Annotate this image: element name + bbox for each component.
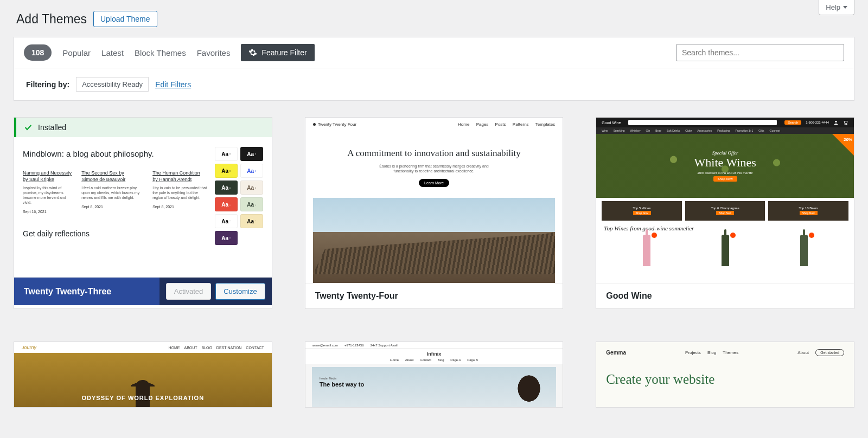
preview-nav-item: Posts [495, 122, 506, 127]
bottle-icon [722, 235, 729, 266]
preview-post-title: The Human Condition [152, 170, 207, 176]
theme-preview: Good Wine Search 1-800-222-4444 WineSpar… [596, 118, 854, 283]
style-swatch: Aa: [215, 164, 238, 178]
preview-nav-item: Pages [476, 122, 489, 127]
preview-nav-item: DESTINATION [216, 346, 242, 350]
gear-icon [248, 48, 257, 57]
check-icon [24, 123, 33, 132]
preview-offer-label: Special Offer [712, 150, 738, 156]
style-swatch: Aa: [240, 181, 263, 195]
theme-card-gemma[interactable]: Gemma Projects Blog Themes About Get sta… [596, 342, 854, 408]
preview-contact: name@email.com [312, 344, 338, 347]
preview-nav-item: Page A [450, 358, 461, 362]
preview-nav-item: Projects [685, 350, 701, 355]
preview-nav-item: Patterns [513, 122, 529, 127]
preview-hero-title: White Wines [694, 156, 756, 170]
activated-button: Activated [166, 283, 211, 300]
style-swatch: Aa: [240, 197, 263, 211]
preview-search [628, 120, 777, 125]
chevron-down-icon [843, 6, 847, 9]
person-silhouette-icon [507, 372, 551, 407]
preview-nav-item: About [797, 350, 809, 355]
preview-nav-item: Beer [655, 129, 661, 132]
feature-filter-label: Feature Filter [261, 48, 307, 57]
preview-nav-item: Contact [420, 358, 431, 362]
theme-card-journy[interactable]: Journy HOME ABOUT BLOG DESTINATION CONTA… [14, 342, 272, 408]
bottle-icon [800, 235, 808, 266]
theme-preview: Twenty Twenty Four Home Pages Posts Patt… [305, 118, 563, 283]
preview-post-date: Sept 16, 2021 [23, 210, 47, 214]
theme-preview: name@email.com +971-123456 24x7 Support … [305, 342, 563, 407]
theme-name: Twenty Twenty-Four [315, 291, 398, 300]
preview-getstarted-btn: Get started [815, 349, 844, 356]
style-swatch: Aa: [215, 147, 238, 161]
theme-footer: Twenty Twenty-Three Activated Customize [14, 277, 272, 305]
preview-nav-item: CONTACT [246, 346, 264, 350]
upload-theme-button[interactable]: Upload Theme [93, 11, 157, 27]
preview-tile-btn: Shop Now [716, 211, 734, 215]
preview-nav-item: Accessories [697, 129, 712, 132]
customize-button[interactable]: Customize [215, 283, 265, 300]
preview-nav-item: Soft Drinks [667, 129, 680, 132]
preview-brand: Good Wine [602, 121, 621, 125]
preview-tile: Top 5 Wines [633, 207, 651, 210]
preview-nav-item: Wine [602, 129, 608, 132]
preview-brand: Gemma [606, 350, 626, 356]
theme-footer: Good Wine [596, 283, 854, 308]
style-swatch: Aa: [240, 164, 263, 178]
preview-nav-item: Page B [467, 358, 478, 362]
preview-discount-text: 20% discount to the end of this month! [698, 171, 753, 175]
preview-contact: 24x7 Support Avail [371, 344, 398, 347]
preview-nav-item: Packaging [717, 129, 730, 132]
preview-nav-item: Blog [707, 350, 716, 355]
preview-tile: Top 6 Champagnes [711, 207, 739, 210]
preview-heading: A commitment to innovation and sustainab… [333, 147, 536, 159]
preview-tile: Top 10 Beers [799, 207, 818, 210]
tab-latest[interactable]: Latest [101, 48, 124, 57]
preview-image [313, 198, 556, 283]
svg-point-2 [846, 124, 847, 125]
theme-card-twenty-twenty-four[interactable]: Twenty Twenty Four Home Pages Posts Patt… [305, 117, 564, 309]
style-swatch: Aa: [215, 231, 238, 245]
preview-post-blurb: I feel a cold northern breeze play upon … [81, 185, 143, 200]
style-swatch: Aa: [240, 214, 263, 228]
theme-name: Good Wine [606, 291, 652, 300]
preview-nav-item: Home [390, 358, 399, 362]
tab-block-themes[interactable]: Block Themes [135, 48, 186, 57]
preview-nav-item: HOME [169, 346, 180, 350]
preview-heading: Mindblown: a blog about philosophy. [23, 149, 207, 158]
preview-post-date: Sept 8, 2021 [81, 205, 103, 209]
style-swatch: Aa: [215, 214, 238, 228]
tab-favorites[interactable]: Favorites [197, 48, 231, 57]
preview-phone: 1-800-222-4444 [806, 121, 829, 124]
preview-search-btn: Search [784, 120, 801, 125]
preview-nav-item: Sparkling [614, 129, 625, 132]
svg-point-0 [835, 121, 837, 123]
preview-nav-item: Whiskey [630, 129, 641, 132]
preview-post-title: The Second Sex by [81, 170, 143, 176]
preview-style-swatches: Aa:Aa:Aa:Aa:Aa:Aa:Aa:Aa:Aa:Aa:Aa: [215, 145, 263, 245]
preview-brand: Twenty Twenty Four [318, 122, 356, 127]
tab-popular[interactable]: Popular [62, 48, 91, 57]
filtering-by-label: Filtering by: [26, 80, 69, 89]
bottle-icon [643, 235, 650, 266]
preview-nav-item: About [405, 358, 414, 362]
preview-nav: WineSparklingWhiskeyGinBeerSoft DrinksCi… [596, 127, 854, 134]
installed-banner: Installed [14, 118, 272, 137]
preview-shop-btn: Shop Now [713, 176, 737, 182]
feature-filter-button[interactable]: Feature Filter [241, 44, 314, 61]
theme-card-twenty-twenty-three[interactable]: Installed Mindblown: a blog about philos… [14, 117, 272, 309]
preview-nav-item: Blog [437, 358, 444, 362]
search-input[interactable] [676, 44, 844, 61]
help-tab[interactable]: Help [819, 0, 854, 15]
edit-filters-link[interactable]: Edit Filters [155, 80, 191, 89]
preview-post-title: Naming and Necessity [23, 170, 72, 176]
filter-tag[interactable]: Accessibility Ready [76, 77, 149, 92]
theme-card-infinix[interactable]: name@email.com +971-123456 24x7 Support … [305, 342, 564, 408]
preview-post-author: by Hannah Arendt [152, 177, 207, 182]
preview-brand: Infinix [305, 351, 563, 357]
style-swatch: Aa: [215, 197, 238, 211]
preview-nav-item: Themes [723, 350, 738, 355]
preview-nav-item: Home [458, 122, 469, 127]
theme-card-good-wine[interactable]: Good Wine Search 1-800-222-4444 WineSpar… [596, 117, 854, 309]
